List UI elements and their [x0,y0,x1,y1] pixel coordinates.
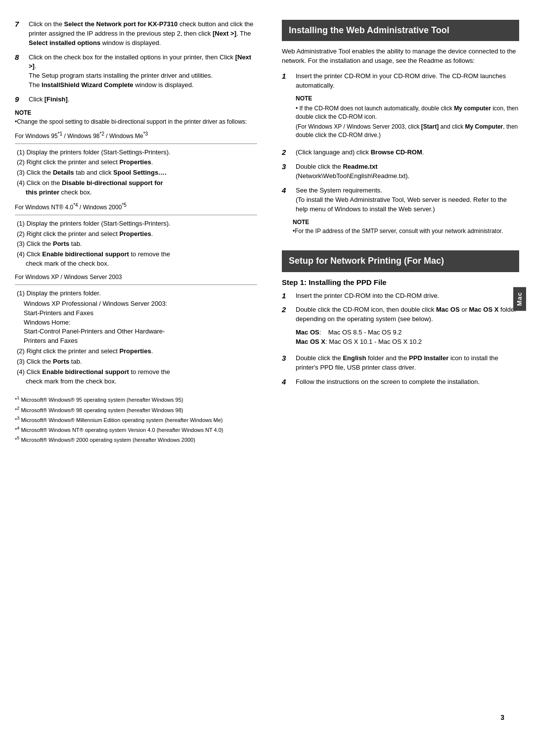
list-item: (1) Display the printers folder (Start-S… [15,148,257,157]
list-item: (3) Click the Ports tab. [15,357,257,367]
web-step-3-content: Double click the Readme.txt(Network\WebT… [296,162,519,181]
web-step-1-note-title: NOTE [296,94,519,103]
mac-step-1-number: 1 [282,291,293,300]
step-7-content: Click on the Select the Network port for… [29,20,257,48]
web-step-4-content: See the System requirements.(To install … [296,186,519,214]
step-9: 9 Click [Finish]. [15,95,257,104]
list-item: (4) Click on the Disable bi-directional … [15,179,257,197]
web-step-4-number: 4 [282,186,293,194]
list-item: (3) Click the Details tab and click Spoo… [15,168,257,178]
left-column: 7 Click on the Select the Network port f… [15,20,272,736]
web-note2: NOTE •For the IP address of the SMTP ser… [293,219,519,236]
mac-step-2-content: Double click the CD-ROM icon, then doubl… [296,305,519,348]
left-note-content: •Change the spool setting to disable bi-… [15,118,257,126]
win95-rule [15,143,257,144]
mac-step-3-content: Double click the English folder and the … [296,354,519,373]
winnt-header: For Windows NT® 4.0*4 / Windows 2000*5 [15,202,257,211]
web-step-3-number: 3 [282,162,293,171]
footnote-1: *1 Microsoft® Windows® 95 operating syst… [15,395,257,404]
winxp-section: For Windows XP / Windows Server 2003 (1)… [15,274,257,386]
right-column: Installing the Web Administrative Tool W… [272,20,519,736]
page-number: 3 [500,713,504,721]
winxp-rule [15,284,257,285]
winnt-list: (1) Display the printers folder (Start-S… [15,219,257,269]
web-note2-content: •For the IP address of the SMTP server, … [293,227,519,236]
web-note2-title: NOTE [293,219,519,226]
list-item: (3) Click the Ports tab. [15,239,257,249]
footnote-5: *5 Microsoft® Windows® 2000 operating sy… [15,435,257,444]
web-step-1: 1 Insert the printer CD-ROM in your CD-R… [282,72,519,143]
web-step-2: 2 (Click language and) click Browse CD-R… [282,148,519,157]
web-step-1-note-content: • If the CD-ROM does not launch automati… [296,104,519,139]
win95-header: For Windows 95*1 / Windows 98*2 / Window… [15,131,257,140]
left-note-title: NOTE [15,109,257,116]
web-step-1-number: 1 [282,72,293,80]
win95-list: (1) Display the printers folder (Start-S… [15,148,257,197]
web-step-1-content: Insert the printer CD-ROM in your CD-ROM… [296,72,519,143]
step-7: 7 Click on the Select the Network port f… [15,20,257,48]
step-9-content: Click [Finish]. [29,95,257,104]
mac-step-4-number: 4 [282,378,293,386]
web-step-2-number: 2 [282,148,293,156]
web-step-4: 4 See the System requirements.(To instal… [282,186,519,214]
web-step-1-note: NOTE • If the CD-ROM does not launch aut… [296,94,519,140]
winxp-list: (1) Display the printers folder. Windows… [15,289,257,386]
step-8-number: 8 [15,53,26,61]
web-admin-section: Installing the Web Administrative Tool W… [282,20,519,236]
mac-step-2: 2 Double click the CD-ROM icon, then dou… [282,305,519,348]
winnt-rule [15,215,257,215]
footnote-2: *2 Microsoft® Windows® 98 operating syst… [15,405,257,414]
web-step-2-content: (Click language and) click Browse CD-ROM… [296,148,519,157]
footnote-3: *3 Microsoft® Windows® Millennium Editio… [15,415,257,424]
mac-step-4-content: Follow the instructions on the screen to… [296,378,519,387]
list-item: (1) Display the printers folder (Start-S… [15,219,257,229]
mac-section: Setup for Network Printing (For Mac) Ste… [282,250,519,386]
footnotes: *1 Microsoft® Windows® 95 operating syst… [15,395,257,444]
mac-step-3-number: 3 [282,354,293,362]
page: 7 Click on the Select the Network port f… [0,0,534,756]
web-admin-title: Installing the Web Administrative Tool [282,20,519,41]
mac-tab: Mac [513,287,526,311]
mac-section-title: Setup for Network Printing (For Mac) [282,250,519,272]
mac-step-2-number: 2 [282,305,293,314]
list-item: (4) Click Enable bidirectional support t… [15,250,257,269]
mac-step-3: 3 Double click the English folder and th… [282,354,519,373]
step-7-number: 7 [15,20,26,28]
step-9-number: 9 [15,95,26,103]
mac-step-1: 1 Insert the printer CD-ROM into the CD-… [282,291,519,301]
web-step-3: 3 Double click the Readme.txt(Network\We… [282,162,519,181]
mac-step1-header: Step 1: Installing the PPD File [282,278,519,286]
win95-section: For Windows 95*1 / Windows 98*2 / Window… [15,131,257,197]
mac-step-1-content: Insert the printer CD-ROM into the CD-RO… [296,291,519,301]
left-note: NOTE •Change the spool setting to disabl… [15,109,257,126]
list-item: Windows XP Professional / Windows Server… [15,299,257,346]
list-item: (4) Click Enable bidirectional support t… [15,368,257,386]
step-8-content: Click on the check box for the installed… [29,53,257,90]
list-item: (2) Right click the printer and select P… [15,347,257,356]
mac-step-4: 4 Follow the instructions on the screen … [282,378,519,387]
winnt-section: For Windows NT® 4.0*4 / Windows 2000*5 (… [15,202,257,269]
web-admin-intro: Web Administrative Tool enables the abil… [282,47,519,66]
list-item: (2) Right click the printer and select P… [15,158,257,167]
footnote-4: *4 Microsoft® Windows NT® operating syst… [15,425,257,434]
step-8: 8 Click on the check box for the install… [15,53,257,90]
list-item: (2) Right click the printer and select P… [15,230,257,239]
winxp-header: For Windows XP / Windows Server 2003 [15,274,257,281]
list-item: (1) Display the printers folder. [15,289,257,298]
